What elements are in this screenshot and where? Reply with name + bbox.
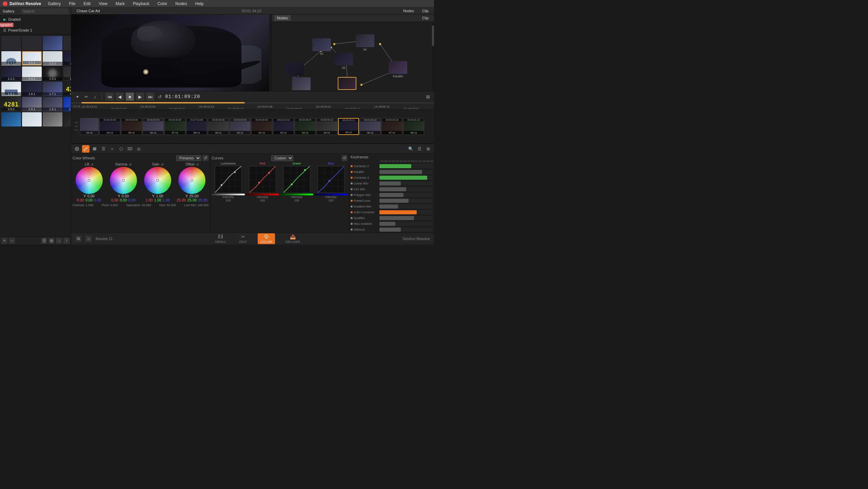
skip-end-btn[interactable]: ⏭ <box>146 93 154 101</box>
gallery-thumb[interactable]: 1.4.1 <box>63 66 71 81</box>
gallery-thumb[interactable] <box>43 112 62 126</box>
clip-39[interactable]: 00:00:00:00 39 v1 <box>208 118 229 135</box>
gallery-thumb[interactable] <box>1 36 21 50</box>
node-07[interactable]: 07 <box>338 77 356 91</box>
node-05[interactable]: 05 <box>334 53 353 70</box>
kf-search-btn[interactable]: 🔍 <box>407 145 414 153</box>
gallery-thumb[interactable] <box>63 36 71 50</box>
offset-wheel-dot[interactable] <box>191 179 193 182</box>
color-tool-hsl[interactable] <box>91 145 98 153</box>
clip-34[interactable]: 00:00:00:00 34 v1 <box>99 118 120 135</box>
gallery-thumb[interactable] <box>63 112 71 126</box>
clip-42[interactable]: 00:02:04:18 42 v1 <box>273 118 294 135</box>
gallery-add-btn[interactable]: + <box>1 238 7 244</box>
kf-grid-btn[interactable]: ⊞ <box>425 145 432 153</box>
gallery-import-btn[interactable]: ↓ <box>56 238 62 244</box>
gallery-thumb[interactable]: 1.7.1 <box>43 82 62 96</box>
menu-view[interactable]: View <box>97 1 109 7</box>
gallery-cat-powergrade[interactable]: ☰ PowerGrade 1 <box>1 27 70 33</box>
clip-41[interactable]: 00:00:00:00 41 v1 <box>251 118 272 135</box>
prev-frame-btn[interactable]: ◀ <box>116 93 124 101</box>
color-tool-motion-fx[interactable]: ≈ <box>108 145 116 153</box>
gallery-thumb[interactable] <box>22 36 42 50</box>
kf-list-btn[interactable]: ☰ <box>416 145 423 153</box>
clip-38[interactable]: 01:07:42:06 38 v1 <box>186 118 207 135</box>
menu-edit[interactable]: Edit <box>82 1 92 7</box>
gallery-thumb[interactable]: 2.3.1 <box>63 51 71 65</box>
color-tool-tracker[interactable]: ◎ <box>135 145 142 153</box>
gallery-cat-ungraded[interactable]: Ungraded <box>1 22 70 27</box>
lift-wheel-dot[interactable] <box>88 179 91 182</box>
nodes-scrollbar[interactable] <box>432 22 434 91</box>
node-02[interactable]: 02 <box>312 38 331 55</box>
node-04[interactable]: 04 <box>356 34 374 51</box>
clip-48[interactable]: 00:00:01:22 48 v1 <box>403 118 424 135</box>
color-tool-blur[interactable]: ⬡ <box>117 145 125 153</box>
home-btn[interactable]: ⌂ <box>85 236 92 242</box>
gallery-thumb[interactable] <box>43 36 62 50</box>
gallery-export-btn[interactable]: ↑ <box>63 238 70 244</box>
tool-trim-btn[interactable]: ✂ <box>83 93 90 100</box>
lum-curve-canvas[interactable] <box>215 166 242 193</box>
gallery-remove-btn[interactable]: − <box>9 238 15 244</box>
wheels-reset-btn[interactable]: ↺ <box>202 155 209 161</box>
gallery-thumb[interactable]: 1.2.1 <box>1 66 21 81</box>
gallery-search-input[interactable] <box>21 8 68 14</box>
gallery-thumb[interactable] <box>22 112 42 126</box>
lift-wheel[interactable] <box>76 167 103 194</box>
curves-reset-btn[interactable]: ↺ <box>341 155 348 161</box>
clip-35[interactable]: 00:00:00:00 35 v1 <box>121 118 142 135</box>
clip-45[interactable]: 00:05:25:11 45 v1 <box>338 118 359 135</box>
color-tool-wheels[interactable] <box>73 145 81 153</box>
gain-wheel[interactable] <box>144 167 171 194</box>
gallery-thumb[interactable]: 1.3.1 <box>43 66 62 81</box>
color-tool-rgb-mixer[interactable]: ☰ <box>100 145 107 153</box>
offset-reset[interactable]: ↺ <box>196 163 199 167</box>
lift-reset[interactable]: ↺ <box>91 163 93 167</box>
gallery-thumb[interactable]: 1.6.1 <box>22 82 42 96</box>
clip-40[interactable]: 00:00:00:00 40 v1 <box>230 118 251 135</box>
clip-tab-label[interactable]: Clip <box>419 8 431 14</box>
skip-start-btn[interactable]: ⏮ <box>105 93 114 101</box>
menu-help[interactable]: Help <box>194 1 205 7</box>
node-parallel[interactable]: Parallel <box>389 61 407 78</box>
green-curve-canvas[interactable] <box>283 166 310 193</box>
gallery-cat-graded[interactable]: ▶ Graded <box>1 17 70 22</box>
gallery-thumb[interactable] <box>1 112 21 126</box>
nav-tab-media[interactable]: 🎞 MEDIA <box>213 233 229 244</box>
gallery-thumb[interactable]: 1.10.1 <box>63 97 71 111</box>
wheels-mode-select[interactable]: Primaries <box>176 155 201 161</box>
offset-wheel[interactable] <box>178 167 205 194</box>
gallery-thumb[interactable]: 1.9.1 <box>43 97 62 111</box>
loop-btn[interactable]: ↺ <box>156 93 163 100</box>
menu-gallery[interactable]: Gallery <box>46 1 62 7</box>
clip-36[interactable]: 00:00:00:00 36 v1 <box>143 118 164 135</box>
gallery-thumb[interactable]: 1.5.1 <box>1 82 21 96</box>
settings-btn[interactable]: ⚙ <box>75 236 81 242</box>
menu-nodes[interactable]: Nodes <box>174 1 189 7</box>
curves-mode-select[interactable]: Custom <box>271 155 293 161</box>
menu-color[interactable]: Color <box>156 1 169 7</box>
clip-tab[interactable]: Clip <box>419 15 431 21</box>
timeline-zoom-btn[interactable]: ⊞ <box>425 93 431 100</box>
gain-wheel-dot[interactable] <box>156 179 159 182</box>
nav-tab-color[interactable]: 🎨 COLOR <box>258 233 275 244</box>
play-btn[interactable]: ▶ <box>136 93 144 101</box>
clip-43[interactable]: 00:03:46:07 43 v1 <box>295 118 316 135</box>
gamma-reset[interactable]: ↺ <box>129 163 132 167</box>
blue-curve-canvas[interactable] <box>317 166 344 193</box>
color-tool-3d[interactable]: 3D <box>126 145 134 153</box>
gallery-list-btn[interactable]: ☰ <box>41 238 47 244</box>
color-tool-curves[interactable] <box>82 145 90 153</box>
clip-46[interactable]: 00:01:02:10 46 v1 <box>360 118 381 135</box>
gamma-wheel-dot[interactable] <box>122 179 125 182</box>
tool-select-btn[interactable]: ✦ <box>74 93 81 100</box>
nodes-tab[interactable]: Nodes <box>274 15 291 21</box>
nav-tab-edit[interactable]: ✂ EDIT <box>237 233 250 244</box>
gallery-grid-btn[interactable]: ⊞ <box>48 238 55 244</box>
gallery-thumb-selected[interactable]: 2.1.1 <box>22 51 42 65</box>
gallery-thumb[interactable]: 4281 2.5.1 <box>1 97 21 111</box>
gallery-thumb[interactable]: 4281 1.8.1 <box>63 82 71 96</box>
nav-tab-deliver[interactable]: 📤 DELIVER <box>283 233 303 244</box>
clip-37[interactable]: 00:00:00:00 37 v1 <box>164 118 185 135</box>
